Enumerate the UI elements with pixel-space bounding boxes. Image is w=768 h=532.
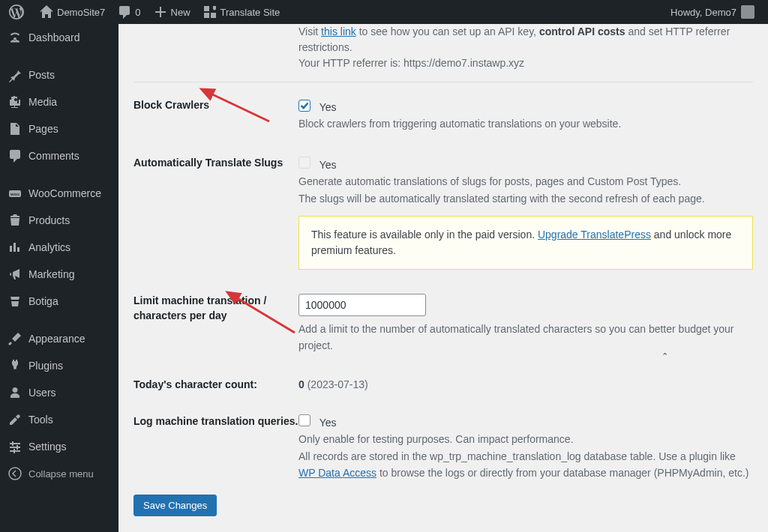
comment-icon (117, 4, 132, 19)
today-date: (2023-07-13) (304, 378, 368, 390)
sidebar-item-label: Pages (28, 123, 58, 135)
sidebar-item-label: Comments (28, 150, 80, 162)
desc-auto-slugs-2: The slugs will be automatically translat… (298, 190, 753, 207)
collapse-label: Collapse menu (28, 468, 94, 480)
sidebar-item-media[interactable]: Media (0, 88, 118, 115)
botiga-icon (8, 294, 22, 309)
translate-label: Translate Site (220, 7, 280, 18)
translate-icon (202, 4, 218, 19)
sidebar-item-label: Media (28, 96, 57, 108)
menu-separator (0, 169, 118, 180)
comments-count: 0 (135, 7, 140, 18)
input-limit[interactable] (298, 294, 426, 316)
brush-icon (8, 331, 22, 346)
label-auto-slugs: Automatically Translate Slugs (134, 157, 298, 169)
sidebar-item-label: Marketing (28, 268, 74, 280)
sidebar-item-users[interactable]: Users (0, 379, 118, 406)
sidebar-item-marketing[interactable]: Marketing (0, 261, 118, 288)
row-auto-slugs: Automatically Translate Slugs Yes Genera… (134, 146, 753, 283)
site-name-label: DemoSite7 (57, 7, 105, 18)
site-name[interactable]: DemoSite7 (33, 0, 111, 24)
sidebar-item-label: Botiga (28, 295, 58, 307)
checkbox-block-crawlers[interactable] (298, 100, 310, 112)
new-content[interactable]: New (147, 0, 196, 24)
sliders-icon (8, 439, 22, 454)
sidebar-item-label: Settings (28, 441, 67, 453)
sidebar-item-plugins[interactable]: Plugins (0, 352, 118, 379)
collapse-menu[interactable]: Collapse menu (0, 460, 118, 487)
woo-icon: woo (8, 186, 22, 201)
products-icon (8, 213, 22, 228)
collapse-icon (8, 466, 22, 481)
save-button[interactable]: Save Changes (134, 495, 217, 516)
top-description: Visit this link to see how you can set u… (134, 24, 753, 71)
sidebar-item-tools[interactable]: Tools (0, 406, 118, 433)
admin-bar-right: Howdy, Demo7 (664, 0, 760, 24)
checkbox-label: Yes (320, 159, 337, 171)
menu-separator (0, 315, 118, 325)
megaphone-icon (8, 267, 22, 282)
avatar (741, 5, 754, 19)
user-icon (8, 385, 22, 400)
upgrade-link[interactable]: Upgrade TranslatePress (538, 229, 651, 241)
analytics-icon (8, 240, 22, 255)
wp-data-access-link[interactable]: WP Data Access (298, 467, 376, 479)
label-block-crawlers: Block Crawlers (134, 99, 298, 111)
plug-icon (8, 358, 22, 373)
label-today: Today's character count: (134, 378, 298, 390)
desc-log-2: All records are stored in the wp_trp_mac… (298, 448, 753, 482)
today-value: 0 (298, 378, 304, 390)
label-limit: Limit machine translation / characters p… (134, 294, 298, 323)
home-icon (39, 4, 54, 19)
sidebar-item-label: Tools (28, 414, 53, 426)
sidebar-item-settings[interactable]: Settings (0, 433, 118, 460)
translate-site[interactable]: Translate Site (196, 0, 286, 24)
sidebar-item-appearance[interactable]: Appearance (0, 325, 118, 352)
sidebar-item-comments[interactable]: Comments (0, 142, 118, 169)
sidebar-item-pages[interactable]: Pages (0, 115, 118, 142)
desc-block-crawlers: Block crawlers from triggering automatic… (298, 115, 753, 132)
sidebar-item-label: Appearance (28, 333, 86, 345)
howdy-text: Howdy, Demo7 (670, 7, 736, 18)
admin-menu: Dashboard Posts Media Pages Comments woo… (0, 24, 118, 532)
sidebar-item-botiga[interactable]: Botiga (0, 288, 118, 315)
menu-separator (0, 51, 118, 61)
my-account[interactable]: Howdy, Demo7 (664, 0, 760, 24)
wp-logo[interactable] (3, 0, 33, 24)
row-log-queries: Log machine translation queries. Yes Onl… (134, 404, 753, 495)
comments-link[interactable]: 0 (111, 0, 146, 24)
sidebar-item-posts[interactable]: Posts (0, 61, 118, 88)
content-area: Visit this link to see how you can set u… (118, 24, 768, 532)
plus-icon (153, 4, 168, 19)
row-block-crawlers: Block Crawlers Yes Block crawlers from t… (134, 82, 753, 146)
page-icon (8, 121, 22, 136)
admin-bar-left: DemoSite7 0 New Translate Site (3, 0, 286, 24)
sidebar-item-label: Dashboard (28, 31, 80, 43)
sidebar-item-analytics[interactable]: Analytics (0, 234, 118, 261)
comments-icon (8, 148, 22, 163)
sidebar-item-label: Analytics (28, 241, 70, 253)
desc-limit: Add a limit to the number of automatical… (298, 321, 753, 354)
sidebar-item-dashboard[interactable]: Dashboard (0, 24, 118, 51)
dashboard-icon (8, 30, 22, 45)
checkbox-label: Yes (320, 101, 337, 113)
desc-auto-slugs-1: Generate automatic translations of slugs… (298, 173, 753, 190)
row-limit: Limit machine translation / characters p… (134, 283, 753, 368)
svg-point-2 (9, 468, 21, 480)
sidebar-item-label: Posts (28, 69, 55, 81)
admin-bar: DemoSite7 0 New Translate Site Howdy, De… (0, 0, 768, 24)
checkbox-label: Yes (320, 417, 337, 429)
pin-icon (8, 67, 22, 82)
sidebar-item-woocommerce[interactable]: wooWooCommerce (0, 180, 118, 207)
sidebar-item-label: Plugins (28, 360, 63, 372)
footer: Thank you for creating with WordPress. V… (134, 516, 753, 532)
desc-log-1: Only enable for testing purposes. Can im… (298, 431, 753, 447)
label-log: Log machine translation queries. (134, 414, 298, 429)
new-label: New (171, 7, 190, 18)
caret-mark: ⌃ (662, 351, 668, 361)
checkbox-auto-slugs (298, 157, 310, 169)
sidebar-item-products[interactable]: Products (0, 207, 118, 234)
checkbox-log[interactable] (298, 414, 310, 426)
this-link[interactable]: this link (321, 25, 356, 37)
row-today-count: Today's character count: 0 (2023-07-13) (134, 368, 753, 404)
